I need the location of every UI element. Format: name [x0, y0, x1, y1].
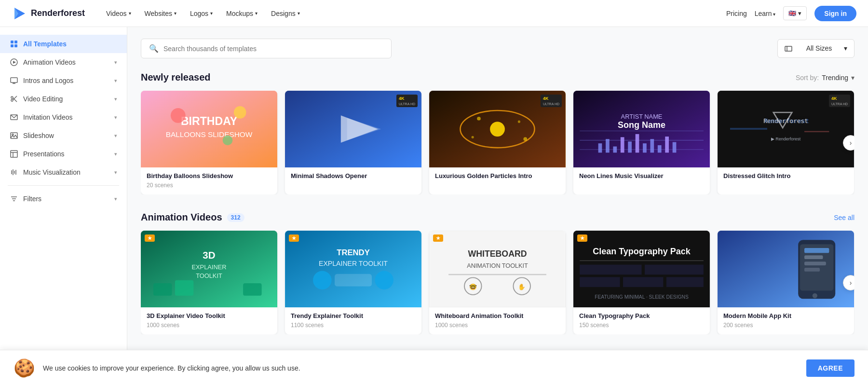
card-trendy[interactable]: TRENDY EXPLAINER TOOLKIT ★ Trendy Explai…	[285, 231, 421, 334]
sidebar-item-label: All Templates	[23, 40, 67, 48]
card-birthday[interactable]: BIRTHDAY BALLOONS SLIDESHOW Birthday Bal…	[141, 91, 277, 194]
sidebar-item-all-templates[interactable]: All Templates	[0, 35, 127, 53]
svg-point-80	[313, 271, 332, 290]
main-content: 🔍 All Sizes ▾ Newly released Sort by: Tr…	[127, 27, 868, 386]
card-title: Birthday Balloons Slideshow	[147, 172, 271, 180]
svg-point-34	[234, 106, 246, 119]
next-arrow[interactable]: ›	[843, 135, 854, 151]
nav-logos[interactable]: Logos	[184, 6, 218, 21]
card-mobile[interactable]: Modern Mobile App Kit 200 scenes	[718, 231, 854, 334]
svg-rect-59	[650, 139, 654, 152]
svg-point-42	[477, 117, 481, 121]
svg-rect-4	[11, 44, 14, 47]
section-title: Newly released	[141, 72, 211, 83]
nav-links: Videos Websites Logos Mockups Designs	[100, 6, 726, 21]
chevron-icon: ▾	[114, 59, 117, 66]
svg-text:BALLOONS SLIDESHOW: BALLOONS SLIDESHOW	[166, 130, 253, 138]
sidebar-item-music-visualization[interactable]: Music Visualization ▾	[0, 163, 127, 181]
sort-label: Sort by:	[796, 74, 819, 82]
svg-rect-54	[613, 147, 617, 153]
cookie-agree-button[interactable]: AGREE	[806, 359, 854, 377]
svg-text:ARTIST NAME: ARTIST NAME	[621, 113, 663, 120]
svg-rect-53	[606, 139, 610, 152]
svg-text:TRENDY: TRENDY	[337, 248, 370, 257]
chevron-icon: ▾	[114, 114, 117, 121]
sidebar-divider	[8, 185, 119, 186]
svg-rect-67	[804, 131, 829, 132]
svg-rect-2	[11, 41, 14, 43]
newly-released-section: Newly released Sort by: Trending ▾	[141, 72, 854, 194]
svg-point-43	[518, 121, 520, 123]
flag-icon: 🇬🇧	[788, 10, 796, 17]
card-scenes: 200 scenes	[723, 322, 848, 329]
see-all-link[interactable]: See all	[834, 214, 854, 221]
sort-value[interactable]: Trending	[822, 74, 848, 82]
svg-rect-74	[153, 283, 172, 296]
svg-rect-30	[141, 91, 277, 167]
svg-rect-95	[645, 265, 704, 275]
sidebar-item-intros-logos[interactable]: Intros and Logos ▾	[0, 71, 127, 90]
card-3d[interactable]: 3D EXPLAINER TOOLKIT ★ 3D Explainer Vide…	[141, 231, 277, 334]
play-icon	[10, 58, 18, 67]
svg-rect-60	[658, 145, 662, 152]
nav-websites[interactable]: Websites	[139, 6, 182, 21]
card-title: Trendy Explainer Toolkit	[291, 312, 416, 320]
lang-selector[interactable]: 🇬🇧 ▾	[783, 6, 807, 20]
card-shadows[interactable]: 4KULTRA HD Minimal Shadows Opener	[285, 91, 421, 194]
nav-learn[interactable]: Learn	[755, 10, 776, 17]
section-header: Animation Videos 312 See all	[141, 212, 854, 223]
sidebar-item-slideshow[interactable]: Slideshow ▾	[0, 126, 127, 145]
scissors-icon	[10, 95, 18, 103]
search-icon: 🔍	[149, 44, 159, 53]
card-whiteboard[interactable]: WHITEBOARD ANIMATION TOOLKIT 🤓 ✋ ★	[429, 231, 566, 334]
sidebar-item-presentations[interactable]: Presentations ▾	[0, 145, 127, 163]
nav-right: Pricing Learn 🇬🇧 ▾ Sign in	[726, 6, 856, 21]
image-icon	[10, 131, 18, 140]
search-input[interactable]	[163, 45, 383, 53]
search-box[interactable]: 🔍	[141, 39, 392, 58]
card-typography[interactable]: Clean Typography Pack FEATURING MINIMAL …	[573, 231, 710, 334]
svg-rect-105	[804, 262, 826, 265]
search-row: 🔍 All Sizes ▾	[141, 39, 854, 58]
cookie-text: We use cookies to improve your experienc…	[43, 364, 799, 372]
card-scenes: 1000 scenes	[147, 322, 271, 329]
svg-rect-56	[628, 141, 632, 152]
size-filter[interactable]: All Sizes ▾	[777, 39, 854, 58]
nav-videos[interactable]: Videos	[100, 6, 137, 21]
logo[interactable]: Renderforest	[12, 6, 85, 21]
chevron-icon: ▾	[114, 133, 117, 139]
sidebar-item-video-editing[interactable]: Video Editing ▾	[0, 90, 127, 108]
badge-premium: ★	[289, 234, 299, 242]
svg-rect-16	[11, 133, 17, 138]
svg-text:Song Name: Song Name	[618, 120, 665, 130]
card-glitch[interactable]: Renderforest Renderforest ▶ Renderforest…	[718, 91, 854, 194]
badge-premium: ★	[577, 234, 587, 242]
svg-rect-76	[243, 283, 262, 296]
nav-mockups[interactable]: Mockups	[220, 6, 263, 21]
signin-button[interactable]: Sign in	[814, 6, 856, 21]
nav-designs[interactable]: Designs	[265, 6, 306, 21]
sort-chevron: ▾	[851, 74, 854, 82]
sidebar-filters[interactable]: Filters ▾	[0, 190, 127, 208]
sidebar-item-invitation-videos[interactable]: Invitation Videos ▾	[0, 108, 127, 126]
chevron-icon: ▾	[114, 151, 117, 157]
badge-4k: 4KULTRA HD	[829, 95, 850, 107]
section-badge: 312	[227, 213, 244, 222]
svg-point-41	[490, 122, 505, 137]
nav-pricing[interactable]: Pricing	[726, 10, 747, 17]
card-scenes: 1000 scenes	[435, 322, 560, 329]
animation-videos-section: Animation Videos 312 See all 3D EXPL	[141, 212, 854, 334]
chevron-icon: ▾	[114, 169, 117, 176]
svg-rect-96	[580, 277, 620, 287]
next-arrow[interactable]: ›	[843, 275, 854, 290]
svg-point-17	[12, 134, 14, 136]
card-title: Clean Typography Pack	[579, 312, 704, 320]
card-neon[interactable]: ARTIST NAME Song Name	[573, 91, 710, 194]
sidebar-item-animation-videos[interactable]: Animation Videos ▾	[0, 53, 127, 71]
svg-text:EXPLAINER: EXPLAINER	[191, 263, 226, 271]
animation-videos-cards: 3D EXPLAINER TOOLKIT ★ 3D Explainer Vide…	[141, 231, 854, 334]
card-particles[interactable]: 4KULTRA HD Luxurious Golden Particles In…	[429, 91, 566, 194]
topnav: Renderforest Videos Websites Logos Mocku…	[0, 0, 868, 27]
sidebar-item-label: Intros and Logos	[23, 77, 73, 84]
filter-icon	[10, 194, 18, 203]
